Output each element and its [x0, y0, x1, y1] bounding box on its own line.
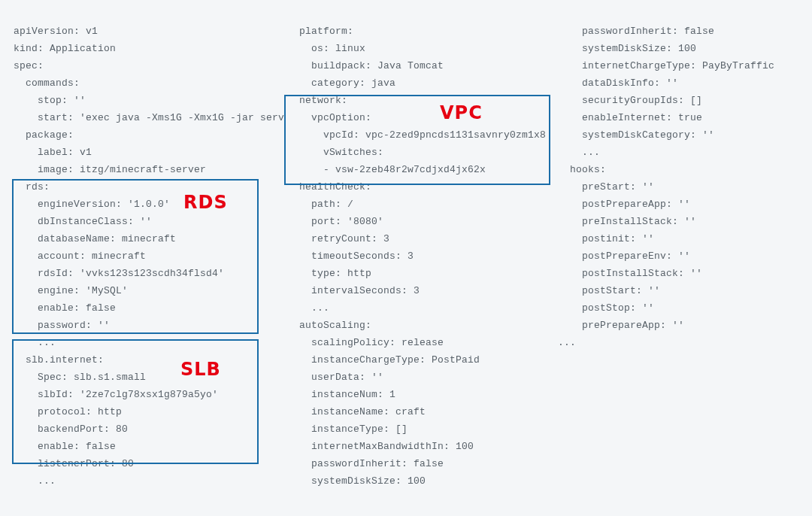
yaml-column-3: passwordInherit: false systemDiskSize: 1…: [558, 23, 806, 351]
yaml-config-screenshot: { "columns": { "col1": "apiVersion: v1\n…: [0, 0, 812, 516]
yaml-column-2: platform: os: linux buildpack: Java Tomc…: [287, 23, 547, 490]
yaml-column-1: apiVersion: v1 kind: Application spec: c…: [14, 23, 269, 490]
label-slb: SLB: [180, 359, 221, 380]
label-vpc: VPC: [440, 102, 483, 123]
label-rds: RDS: [183, 192, 228, 213]
